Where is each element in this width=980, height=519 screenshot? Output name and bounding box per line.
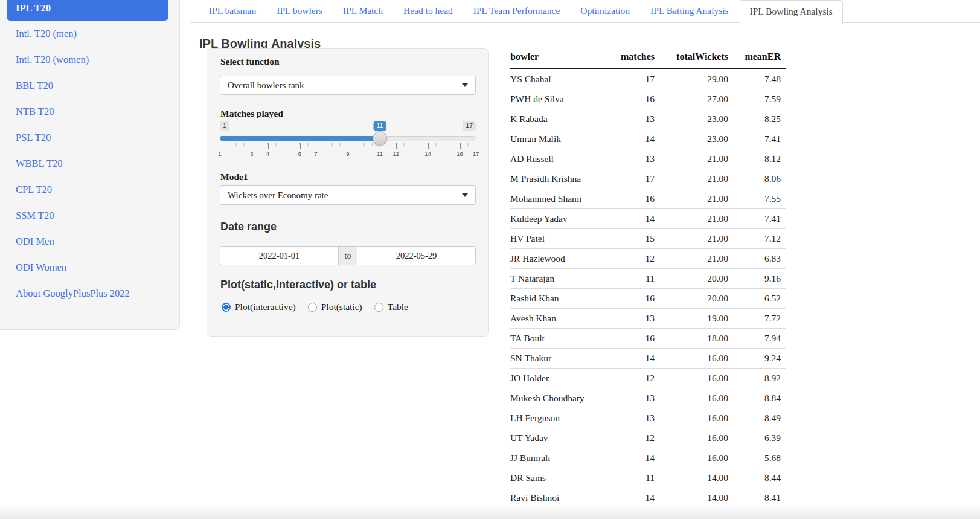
slider-major-tick: [268, 143, 269, 149]
slider-min-badge: 1: [220, 121, 229, 131]
sidebar-item[interactable]: Intl. T20 (men): [7, 21, 168, 47]
date-from-input[interactable]: 2022-01-01: [220, 246, 338, 265]
slider-major-tick: [428, 143, 429, 149]
table-row[interactable]: Rashid Khan1620.006.52: [510, 289, 786, 309]
table-cell: 8.92: [728, 369, 786, 388]
select-function-value: Overall bowlers rank: [228, 80, 304, 91]
table-cell: 13: [599, 408, 655, 428]
date-to-input[interactable]: 2022-05-29: [357, 246, 476, 265]
radio-option[interactable]: Plot(static): [308, 301, 362, 312]
tab[interactable]: Head to head: [394, 0, 463, 22]
table-row[interactable]: TA Boult1618.007.94: [510, 329, 786, 349]
table-row[interactable]: YS Chahal1729.007.48: [510, 69, 786, 89]
table-cell: 21.00: [655, 169, 728, 189]
mode1-dropdown[interactable]: Wickets over Economy rate: [220, 185, 476, 205]
table-row[interactable]: K Rabada1323.008.25: [510, 109, 786, 129]
matches-played-slider[interactable]: 1 11 17 1346791112141617: [220, 120, 476, 160]
table-cell: 6.52: [728, 289, 786, 309]
table-row[interactable]: HV Patel1521.007.12: [510, 229, 786, 249]
sidebar-item[interactable]: ODI Men: [7, 228, 168, 254]
tab[interactable]: Optimization: [571, 0, 639, 22]
sidebar-item[interactable]: ODI Women: [7, 254, 168, 280]
tab[interactable]: IPL batsman: [199, 0, 266, 22]
table-cell: 7.41: [728, 209, 786, 229]
radio-option[interactable]: Plot(interactive): [222, 301, 296, 312]
select-function-dropdown[interactable]: Overall bowlers rank: [220, 76, 476, 95]
table-row[interactable]: Kuldeep Yadav1421.007.41: [510, 209, 786, 229]
tab[interactable]: IPL Match: [333, 0, 392, 22]
table-row[interactable]: Umran Malik1423.007.41: [510, 129, 786, 149]
table-cell: 7.41: [728, 129, 786, 149]
column-header[interactable]: totalWickets: [655, 48, 728, 69]
table-cell: 5.68: [728, 448, 786, 468]
radio-option[interactable]: Table: [374, 301, 408, 312]
table-cell: 20.00: [655, 289, 728, 309]
table-row[interactable]: LH Ferguson1316.008.49: [510, 408, 786, 428]
table-cell: 18.00: [655, 329, 728, 349]
column-header[interactable]: matches: [599, 48, 655, 69]
sidebar-item[interactable]: About GooglyPlusPlus 2022: [7, 280, 168, 306]
table-row[interactable]: UT Yadav1216.006.39: [510, 428, 786, 448]
sidebar-item[interactable]: NTB T20: [7, 98, 168, 124]
table-cell: 6.39: [728, 428, 786, 448]
sidebar-item[interactable]: CPL T20: [7, 176, 168, 202]
sidebar-item[interactable]: PSL T20: [7, 124, 168, 150]
table-cell: 16.00: [655, 349, 728, 369]
table-cell: 8.06: [728, 169, 786, 189]
table-row[interactable]: Mohammed Shami1621.007.55: [510, 189, 786, 209]
sidebar-item[interactable]: BBL T20: [7, 73, 168, 98]
table-cell: Mohammed Shami: [510, 189, 599, 209]
table-cell: 6.83: [728, 249, 786, 269]
slider-major-tick: [316, 143, 316, 149]
table-row[interactable]: SN Thakur1416.009.24: [510, 349, 786, 369]
tab-bar-filler: [844, 0, 980, 22]
table-row[interactable]: JO Holder1216.008.92: [510, 369, 786, 388]
table-cell: UT Yadav: [510, 428, 599, 448]
table-cell: 16.00: [655, 369, 728, 388]
tab[interactable]: IPL Batting Analysis: [641, 0, 738, 22]
table-row[interactable]: JJ Bumrah1416.005.68: [510, 448, 786, 468]
table-row[interactable]: Avesh Khan1319.007.72: [510, 309, 786, 329]
table-cell: 16.00: [655, 388, 728, 408]
table-cell: 7.48: [728, 69, 786, 89]
slider-major-tick: [220, 143, 220, 149]
table-row[interactable]: JR Hazlewood1221.006.83: [510, 249, 786, 269]
sidebar-item[interactable]: WBBL T20: [7, 150, 168, 176]
table-cell: 7.55: [728, 189, 786, 209]
slider-tick-label: 9: [346, 150, 349, 157]
table-row[interactable]: Mukesh Choudhary1316.008.84: [510, 388, 786, 408]
sidebar-item-active[interactable]: IPL T20: [7, 0, 168, 21]
table-row[interactable]: T Natarajan1120.009.16: [510, 269, 786, 289]
tab[interactable]: IPL Team Performance: [464, 0, 570, 22]
table-row[interactable]: Ravi Bishnoi1414.008.41: [510, 488, 786, 508]
column-header[interactable]: meanER: [728, 48, 786, 69]
matches-slider-label: Matches played: [220, 108, 283, 119]
slider-tick-label: 3: [250, 150, 253, 157]
table-cell: PWH de Silva: [510, 89, 599, 109]
slider-major-tick: [252, 143, 252, 149]
slider-major-tick: [460, 143, 461, 149]
sidebar-item[interactable]: SSM T20: [7, 202, 168, 228]
table-cell: 16.00: [655, 428, 728, 448]
table-row[interactable]: DR Sams1114.008.44: [510, 468, 786, 488]
table-cell: 29.00: [655, 69, 728, 89]
column-header[interactable]: bowler: [510, 48, 599, 69]
radio-selected-icon[interactable]: [222, 303, 231, 312]
table-cell: Mukesh Choudhary: [510, 388, 599, 408]
slider-tick-label: 14: [424, 150, 431, 157]
tab[interactable]: IPL bowlers: [267, 0, 332, 22]
bottom-scroll-fade: [0, 503, 980, 519]
radio-unselected-icon[interactable]: [308, 303, 317, 312]
sidebar-item[interactable]: Intl. T20 (women): [7, 47, 168, 73]
control-panel: Select function Overall bowlers rank Mat…: [207, 48, 489, 337]
table-row[interactable]: PWH de Silva1627.007.59: [510, 89, 786, 109]
table-row[interactable]: M Prasidh Krishna1721.008.06: [510, 169, 786, 189]
radio-unselected-icon[interactable]: [374, 303, 383, 312]
chevron-down-icon: [462, 193, 468, 197]
slider-tick-label: 12: [392, 150, 399, 157]
table-cell: 14: [599, 129, 655, 149]
table-row[interactable]: AD Russell1321.008.12: [510, 149, 786, 169]
tab-active[interactable]: IPL Bowling Analysis: [740, 0, 843, 24]
slider-major-tick: [348, 143, 348, 149]
table-cell: 8.84: [728, 388, 786, 408]
